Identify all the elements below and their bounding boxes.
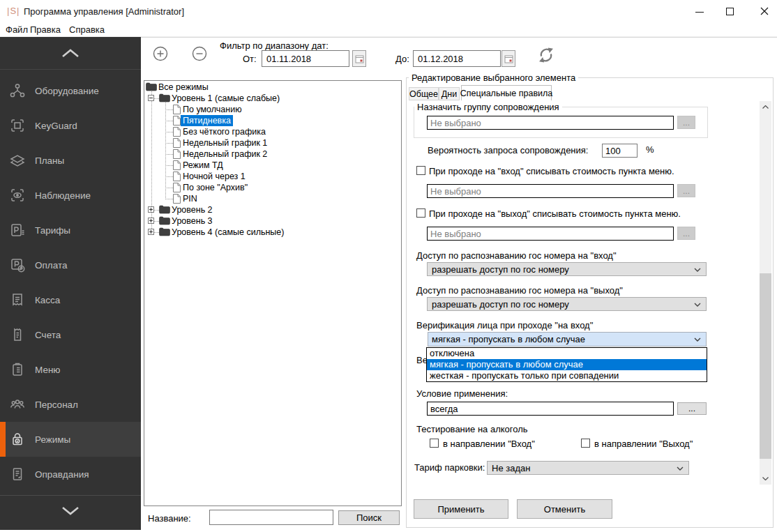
map-icon (9, 152, 26, 169)
tree-expander-minus[interactable] (148, 95, 154, 101)
entry-menu-cost-input[interactable]: Не выбрано (427, 184, 674, 198)
tree-expander-plus[interactable] (148, 206, 154, 213)
tree-item[interactable]: Режим ТД (144, 160, 401, 171)
tree-item[interactable]: Ночной через 1 (144, 171, 401, 182)
exit-menu-cost-checkbox[interactable] (416, 208, 425, 218)
menu-edit[interactable]: Правка (30, 24, 61, 35)
zoom-in-button[interactable] (153, 46, 168, 61)
plate-access-in-select[interactable]: разрешать доступ по гос номеру (427, 262, 707, 276)
tree-item[interactable]: Уровень 4 (самые сильные) (144, 227, 401, 238)
escort-group-browse-button[interactable]: ... (677, 116, 695, 129)
sidebar-item-keyguard[interactable]: KeyGuard (0, 108, 141, 143)
tree-item[interactable]: PIN (144, 193, 401, 204)
date-filter-label: Фильтр по диапазону дат: (220, 40, 329, 51)
tree-item[interactable]: По зоне "Архив" (144, 182, 401, 193)
plate-access-out-select[interactable]: разрешать доступ по гос номеру (427, 297, 707, 311)
sidebar-item-personnel[interactable]: Персонал (0, 387, 141, 422)
exit-menu-cost-label: При проходе на "выход" списывать стоимос… (429, 208, 681, 219)
date-to-input[interactable]: 01.12.2018 (413, 50, 501, 67)
dropdown-option[interactable]: мягкая - пропускать в любом случае (427, 359, 707, 370)
face-verification-in-select[interactable]: мягкая - пропускать в любом случае (428, 332, 707, 347)
editor-scrollbar[interactable] (760, 101, 771, 485)
tree-item-label: Уровень 2 (169, 204, 215, 215)
chevron-down-icon (677, 466, 684, 471)
entry-menu-cost-browse-button[interactable]: ... (677, 184, 695, 197)
sidebar-item-modes[interactable]: Режимы (0, 422, 141, 457)
dropdown-option[interactable]: жесткая - пропускать только при совпаден… (427, 370, 707, 381)
apply-button[interactable]: Применить (414, 499, 508, 519)
scroll-down-arrow[interactable] (760, 473, 771, 485)
scrollbar-thumb[interactable] (760, 273, 771, 459)
alcohol-out-label: в направлении "Выход" (594, 439, 693, 449)
date-from-input[interactable]: 01.11.2018 (262, 50, 349, 67)
date-to-calendar-button[interactable] (501, 50, 515, 67)
apply-condition-input[interactable]: всегда (427, 402, 674, 416)
tree-item-label: Режим ТД (181, 160, 225, 171)
tree-connector (165, 165, 173, 166)
tree-item[interactable]: Все режимы (144, 82, 401, 93)
chevron-down-icon (762, 477, 769, 480)
escort-probability-input[interactable]: 100 (602, 144, 638, 158)
lock-check-icon (9, 431, 26, 448)
sidebar-item-payment[interactable]: Оплата (0, 248, 141, 282)
sidebar-item-cashbox[interactable]: Касса (0, 282, 141, 317)
alcohol-out-checkbox[interactable] (581, 439, 590, 448)
minimize-icon (695, 12, 704, 13)
search-name-input[interactable] (209, 510, 333, 525)
tab-general[interactable]: Общее (409, 87, 439, 100)
scroll-up-arrow[interactable] (760, 101, 771, 113)
maximize-icon (726, 8, 734, 15)
sidebar-scroll-up[interactable] (0, 37, 141, 70)
menu-help[interactable]: Справка (69, 24, 105, 35)
tree-item-label: По зоне "Архив" (181, 182, 250, 193)
tree-item[interactable]: Уровень 3 (144, 215, 401, 227)
entry-menu-cost-checkbox[interactable] (416, 166, 425, 175)
tree-item[interactable]: Уровень 1 (самые слабые) (144, 93, 401, 104)
sidebar-item-accounts[interactable]: Счета (0, 317, 141, 352)
sidebar-item-observation[interactable]: Наблюдение (0, 178, 141, 213)
sidebar-item-plans[interactable]: Планы (0, 143, 141, 178)
tree-item[interactable]: По умолчанию (144, 104, 401, 115)
apply-condition-browse-button[interactable]: ... (677, 402, 707, 415)
cancel-button[interactable]: Отменить (517, 499, 612, 519)
tree-item-label: Ночной через 1 (181, 171, 248, 182)
dropdown-option[interactable]: отключена (427, 348, 707, 359)
sidebar-item-label: Наблюдение (35, 190, 91, 201)
tree-item[interactable]: Недельный график 2 (144, 149, 401, 160)
plate-access-in-label: Доступ по распознаванию гос номера на "в… (416, 250, 617, 261)
date-from-calendar-button[interactable] (352, 50, 366, 67)
sidebar-item-tariffs[interactable]: Тарифы (0, 213, 141, 248)
maximize-button[interactable] (714, 0, 746, 21)
menu-file[interactable]: Файл (6, 24, 28, 35)
tab-days[interactable]: Дни (439, 87, 460, 100)
tree-item[interactable]: Уровень 2 (144, 204, 401, 215)
sidebar-item-equipment[interactable]: Оборудование (0, 73, 141, 108)
exit-menu-cost-input[interactable]: Не выбрано (427, 227, 674, 241)
sidebar-scroll-down[interactable] (61, 506, 80, 517)
tree-expander-plus[interactable] (148, 218, 154, 224)
sidebar-item-excuses[interactable]: Оправдания (0, 457, 141, 492)
zoom-out-button[interactable] (192, 46, 207, 61)
escort-group-input[interactable]: Не выбрано (427, 116, 674, 130)
entry-menu-cost-label: При проходе на "вход" списывать стоимост… (429, 166, 674, 176)
chevron-down-icon (694, 337, 701, 342)
exit-menu-cost-browse-button[interactable]: ... (677, 227, 695, 240)
refresh-button[interactable] (537, 46, 555, 64)
close-icon (760, 7, 769, 15)
tree-item[interactable]: Недельный график 1 (144, 137, 401, 149)
minimize-button[interactable] (684, 0, 715, 21)
tree-item-label: По умолчанию (181, 104, 244, 115)
sidebar-item-menu[interactable]: Меню (0, 352, 141, 387)
close-button[interactable] (746, 0, 777, 21)
parking-tariff-select[interactable]: Не задан (487, 461, 689, 475)
alcohol-in-checkbox[interactable] (430, 439, 439, 448)
sidebar-item-label: Оборудование (35, 86, 99, 96)
receipt-icon (9, 291, 26, 308)
tree-expander-plus[interactable] (148, 229, 154, 235)
tree-item[interactable]: Без чёткого графика (144, 126, 401, 137)
app-logo-icon: |S| (7, 6, 20, 16)
search-button[interactable]: Поиск (338, 510, 400, 525)
tree-item[interactable]: Пятидневка (144, 115, 401, 126)
folder-icon (159, 93, 170, 105)
tab-special-rules[interactable]: Специальные правила (461, 85, 552, 100)
